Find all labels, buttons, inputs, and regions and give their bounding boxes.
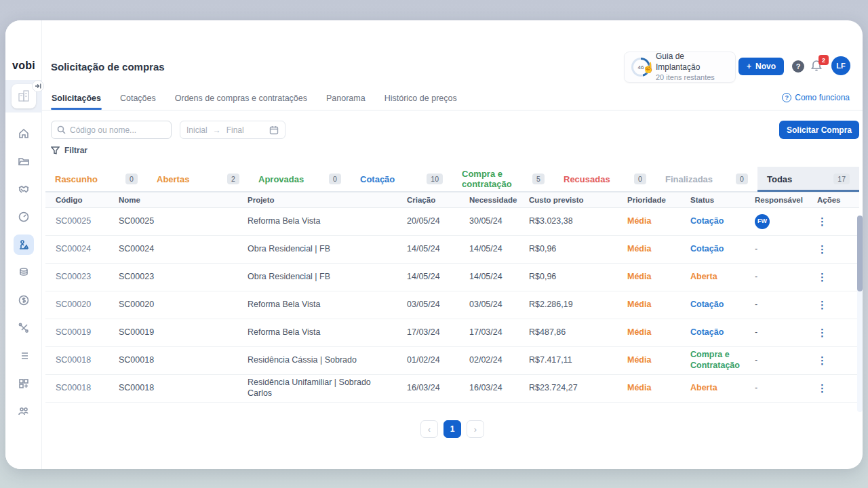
crm-handshake-icon[interactable] [14,179,34,199]
tools-icon[interactable] [14,318,34,338]
cell-need-date: 17/03/24 [459,327,519,338]
cell-need-date: 03/05/24 [459,300,519,310]
tab-ordens-de-compras-e-contratacoes[interactable]: Ordens de compras e contratações [174,87,308,109]
dashboard-gauge-icon[interactable] [14,207,34,227]
cell-code: SC00024 [45,244,108,255]
search-icon [57,125,66,134]
table-row[interactable]: SC00024SC00024Obra Residencial | FB14/05… [45,236,859,264]
cell-status: Compra e Contratação [680,350,745,371]
row-actions-menu-icon[interactable]: ⋮ [807,354,859,367]
how-it-works-link[interactable]: ? Como funciona [782,93,850,102]
status-tab-label: Finalizadas [665,174,713,184]
new-button[interactable]: +Novo [738,58,784,75]
status-tab-label: Rascunho [55,174,98,184]
cell-code: SC00023 [45,272,108,283]
row-actions-menu-icon[interactable]: ⋮ [807,382,859,395]
cell-responsible: - [745,327,807,338]
cell-responsible: - [745,272,807,283]
notifications-bell-icon[interactable]: 2 [810,59,825,74]
cell-priority: Média [617,244,680,255]
cell-code: SC00025 [45,216,108,227]
implementation-guide-widget[interactable]: 46 ☝ Guia de Implantação 20 itens restan… [624,52,736,83]
table-row[interactable]: SC00023SC00023Obra Residencial | FB14/05… [45,264,859,291]
status-tab-count: 0 [736,174,748,184]
status-tab-recusadas[interactable]: Recusadas0 [554,167,656,191]
sidebar: vobi [5,20,42,469]
table-row[interactable]: SC00025SC00025Reforma Bela Vista20/05/24… [45,208,859,236]
pagination-prev-button[interactable]: ‹ [420,420,438,438]
status-tab-label: Compra e contratação [462,169,532,189]
date-start-placeholder: Inicial [186,125,208,135]
pagination-next-button[interactable]: › [467,420,484,438]
status-tab-aprovadas[interactable]: Aprovadas0 [249,167,351,191]
apps-grid-icon[interactable] [14,373,34,394]
row-actions-menu-icon[interactable]: ⋮ [807,327,859,340]
status-tab-cotacao[interactable]: Cotação10 [351,167,452,191]
table-row[interactable]: SC00018SC00018Residência Cássia | Sobrad… [45,347,859,375]
page-header: Solicitação de compras 46 ☝ Guia de Impl… [42,50,863,87]
table-row[interactable]: SC00020SC00020Reforma Bela Vista03/05/24… [45,291,859,319]
cell-responsible: FW [745,214,807,229]
cell-project: Residência Unifamiliar | Sobrado Carlos [237,378,397,399]
sidebar-nav [5,123,42,422]
cell-code: SC00018 [45,383,108,394]
cell-project: Reforma Bela Vista [237,300,397,310]
status-tab-count: 10 [427,174,443,184]
status-tab-todas[interactable]: Todas17 [757,167,859,191]
pagination-page-1[interactable]: 1 [443,420,461,438]
status-tab-finalizadas[interactable]: Finalizadas0 [656,167,757,191]
projects-folder-icon[interactable] [14,151,34,171]
mouse-cursor: ☝ [642,62,655,74]
responsible-avatar: FW [755,214,770,229]
status-tab-count: 0 [329,174,341,184]
cell-need-date: 14/05/24 [459,244,519,255]
community-users-icon[interactable] [14,401,34,422]
table-body: SC00025SC00025Reforma Bela Vista20/05/24… [45,208,859,403]
request-purchase-button[interactable]: Solicitar Compra [779,121,859,139]
scrollbar-thumb[interactable] [857,216,863,291]
tab-solicitacoes[interactable]: Solicitações [51,87,102,109]
user-avatar[interactable]: LF [831,56,850,75]
cell-name: SC00024 [108,244,237,255]
cell-priority: Média [617,216,680,227]
lists-icon[interactable] [14,346,34,366]
row-actions-menu-icon[interactable]: ⋮ [807,243,859,256]
cell-creation-date: 01/02/24 [397,355,459,366]
status-tab-label: Todas [767,174,792,184]
search-input[interactable]: Código ou nome... [51,121,172,139]
status-tabs: Rascunho0Abertas2Aprovadas0Cotação10Comp… [45,167,859,192]
tab-panorama[interactable]: Panorama [326,87,366,109]
column-header-codigo: Código [45,196,108,204]
column-header-nome: Nome [108,196,237,204]
filter-toggle[interactable]: Filtrar [51,146,87,155]
table-header: CódigoNomeProjetoCriaçãoNecessidadeCusto… [45,192,859,208]
finances-coins-icon[interactable] [14,262,34,283]
row-actions-menu-icon[interactable]: ⋮ [807,216,859,228]
table-row[interactable]: SC00018SC00018Residência Unifamiliar | S… [45,375,859,403]
nav-tabs: SolicitaçõesCotaçõesOrdens de compras e … [42,87,863,110]
purchases-worker-icon[interactable] [14,235,34,255]
cell-project: Obra Residencial | FB [237,272,397,283]
date-range-input[interactable]: Inicial → Final [180,121,285,139]
help-icon[interactable]: ? [792,60,804,73]
cell-responsible: - [745,383,807,394]
status-tab-compra-e-contratacao[interactable]: Compra e contratação5 [452,167,554,191]
tab-cotacoes[interactable]: Cotações [119,87,157,109]
sidebar-expand-icon[interactable] [32,80,44,92]
home-icon[interactable] [14,123,34,144]
row-actions-menu-icon[interactable]: ⋮ [807,271,859,284]
payments-dollar-icon[interactable] [14,290,34,310]
status-tab-rascunho[interactable]: Rascunho0 [45,167,147,191]
cell-project: Reforma Bela Vista [237,216,397,227]
row-actions-menu-icon[interactable]: ⋮ [807,299,859,312]
cell-name: SC00018 [108,355,237,366]
column-header-criacao: Criação [397,196,459,204]
cell-responsible: - [745,300,807,310]
cell-cost: R$487,86 [519,327,617,338]
status-tab-abertas[interactable]: Abertas2 [147,167,249,191]
cell-priority: Média [617,272,680,283]
status-tab-count: 5 [532,174,545,184]
table-row[interactable]: SC00019SC00019Reforma Bela Vista17/03/24… [45,319,859,347]
cell-cost: R$2.286,19 [519,300,617,310]
tab-historico-de-precos[interactable]: Histórico de preços [384,87,458,109]
